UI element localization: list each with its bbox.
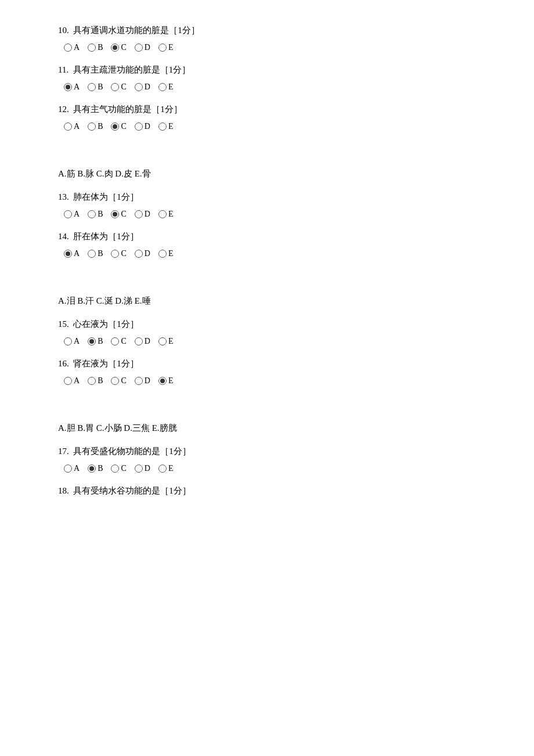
option-12-C[interactable]: C — [111, 122, 126, 131]
question-13: 13. 肺在体为［1分］ A B C D E — [58, 190, 476, 219]
question-18-title: 18. 具有受纳水谷功能的是［1分］ — [58, 484, 476, 498]
option-10-E[interactable]: E — [158, 43, 174, 52]
question-12: 12. 具有主气功能的脏是［1分］ A B C D E — [58, 102, 476, 131]
question-14-options: A B C D E — [58, 249, 476, 258]
option-11-E[interactable]: E — [158, 82, 174, 92]
option-14-E[interactable]: E — [158, 249, 174, 258]
option-10-B[interactable]: B — [88, 43, 103, 52]
question-16-options: A B C D E — [58, 376, 476, 386]
question-13-title: 13. 肺在体为［1分］ — [58, 190, 476, 204]
option-11-D[interactable]: D — [135, 82, 150, 92]
question-10: 10. 具有通调水道功能的脏是［1分］ A B C D E — [58, 23, 476, 52]
option-17-A[interactable]: A — [64, 464, 80, 473]
question-15-title: 15. 心在液为［1分］ — [58, 317, 476, 331]
option-14-A[interactable]: A — [64, 249, 80, 258]
option-16-C[interactable]: C — [111, 376, 126, 386]
option-13-B[interactable]: B — [88, 210, 103, 219]
question-17-options: A B C D E — [58, 464, 476, 473]
question-12-options: A B C D E — [58, 122, 476, 131]
question-10-options: A B C D E — [58, 43, 476, 52]
option-12-A[interactable]: A — [64, 122, 80, 131]
option-15-B[interactable]: B — [88, 337, 103, 346]
option-16-E[interactable]: E — [158, 376, 174, 386]
question-10-title: 10. 具有通调水道功能的脏是［1分］ — [58, 23, 476, 37]
section3-header: A.泪 B.汗 C.涎 D.涕 E.唾 — [58, 293, 476, 309]
question-13-options: A B C D E — [58, 210, 476, 219]
question-14-title: 14. 肝在体为［1分］ — [58, 229, 476, 243]
question-11-title: 11. 具有主疏泄功能的脏是［1分］ — [58, 63, 476, 77]
option-15-A[interactable]: A — [64, 337, 80, 346]
option-14-B[interactable]: B — [88, 249, 103, 258]
option-15-E[interactable]: E — [158, 337, 174, 346]
option-15-D[interactable]: D — [135, 337, 150, 346]
option-12-E[interactable]: E — [158, 122, 174, 131]
question-11-options: A B C D E — [58, 82, 476, 92]
option-12-B[interactable]: B — [88, 122, 103, 131]
option-10-D[interactable]: D — [135, 43, 150, 52]
option-16-A[interactable]: A — [64, 376, 80, 386]
section4-header: A.胆 B.胃 C.小肠 D.三焦 E.膀胱 — [58, 420, 476, 436]
question-12-title: 12. 具有主气功能的脏是［1分］ — [58, 102, 476, 116]
option-11-A[interactable]: A — [64, 82, 80, 92]
option-11-C[interactable]: C — [111, 82, 126, 92]
question-15: 15. 心在液为［1分］ A B C D E — [58, 317, 476, 346]
question-11: 11. 具有主疏泄功能的脏是［1分］ A B C D E — [58, 63, 476, 92]
option-16-B[interactable]: B — [88, 376, 103, 386]
option-17-C[interactable]: C — [111, 464, 126, 473]
option-14-D[interactable]: D — [135, 249, 150, 258]
option-12-D[interactable]: D — [135, 122, 150, 131]
section2-header: A.筋 B.脉 C.肉 D.皮 E.骨 — [58, 166, 476, 182]
option-10-A[interactable]: A — [64, 43, 80, 52]
option-17-E[interactable]: E — [158, 464, 174, 473]
question-15-options: A B C D E — [58, 337, 476, 346]
question-17: 17. 具有受盛化物功能的是［1分］ A B C D E — [58, 444, 476, 473]
option-10-C[interactable]: C — [111, 43, 126, 52]
question-18: 18. 具有受纳水谷功能的是［1分］ — [58, 484, 476, 498]
option-13-C[interactable]: C — [111, 210, 126, 219]
question-17-title: 17. 具有受盛化物功能的是［1分］ — [58, 444, 476, 458]
option-15-C[interactable]: C — [111, 337, 126, 346]
question-14: 14. 肝在体为［1分］ A B C D E — [58, 229, 476, 258]
option-14-C[interactable]: C — [111, 249, 126, 258]
option-13-D[interactable]: D — [135, 210, 150, 219]
option-13-E[interactable]: E — [158, 210, 174, 219]
option-13-A[interactable]: A — [64, 210, 80, 219]
question-16: 16. 肾在液为［1分］ A B C D E — [58, 357, 476, 386]
option-17-D[interactable]: D — [135, 464, 150, 473]
option-16-D[interactable]: D — [135, 376, 150, 386]
question-16-title: 16. 肾在液为［1分］ — [58, 357, 476, 370]
option-11-B[interactable]: B — [88, 82, 103, 92]
option-17-B[interactable]: B — [88, 464, 103, 473]
